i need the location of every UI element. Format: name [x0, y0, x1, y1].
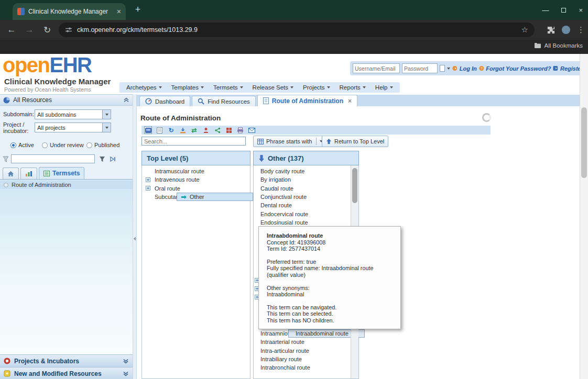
- remember-me-checkbox[interactable]: [440, 65, 445, 72]
- chevron-down-icon: [201, 86, 204, 88]
- expand-plus-icon[interactable]: [146, 177, 150, 182]
- chevron-down-icon[interactable]: [123, 359, 129, 364]
- tab-termsets[interactable]: Termsets: [39, 167, 84, 179]
- phrase-starts-with-button[interactable]: Phrase starts with: [253, 136, 327, 147]
- tree-item-route-of-administration[interactable]: Route of Administration: [0, 181, 133, 189]
- return-to-top-level-button[interactable]: Return to Top Level: [322, 136, 388, 147]
- log-in-link[interactable]: Log In: [460, 65, 477, 72]
- menu-item-release-sets[interactable]: Release Sets: [248, 84, 298, 91]
- remember-options-caret-icon[interactable]: [447, 68, 450, 70]
- site-info-icon[interactable]: [65, 26, 72, 34]
- window-maximize-icon[interactable]: [561, 6, 566, 14]
- page-scrollbar[interactable]: [580, 54, 588, 379]
- extensions-icon[interactable]: [547, 26, 555, 34]
- collapse-chevron-up-icon[interactable]: [123, 97, 129, 103]
- other-column-header[interactable]: Other (137): [253, 151, 359, 165]
- tab-resources-home[interactable]: [3, 168, 19, 179]
- browser-tab[interactable]: Clinical Knowledge Manager ×: [13, 3, 126, 20]
- forward-icon[interactable]: →: [23, 25, 36, 35]
- term-row[interactable]: Intravenous route: [142, 175, 250, 184]
- radio-icon[interactable]: [10, 142, 16, 148]
- forgot-password-link[interactable]: Forgot Your Password?: [486, 65, 551, 72]
- expand-plus-icon[interactable]: [146, 186, 150, 191]
- back-icon[interactable]: ←: [5, 25, 18, 35]
- term-row[interactable]: Body cavity route: [254, 167, 358, 175]
- reload-icon[interactable]: ↻: [41, 25, 53, 36]
- menu-item-templates[interactable]: Templates: [167, 84, 209, 91]
- chevron-down-icon[interactable]: [123, 371, 129, 376]
- tab-route-of-administration[interactable]: Route of Administration ×: [257, 95, 357, 106]
- accordion-new-modified-resources[interactable]: New and Modified Resources: [0, 367, 133, 379]
- select-caret-icon[interactable]: [102, 123, 111, 132]
- term-row[interactable]: Conjunctival route: [254, 193, 358, 201]
- app-title: Clinical Knowledge Manager: [4, 77, 111, 86]
- menu-item-projects[interactable]: Projects: [298, 84, 335, 91]
- term-search-input[interactable]: [141, 137, 246, 146]
- new-tab-button[interactable]: +: [132, 4, 144, 15]
- collapse-sidebar-arrow-icon[interactable]: [134, 237, 136, 241]
- tab-statistics[interactable]: [20, 168, 37, 179]
- project-select[interactable]: All projects: [35, 122, 111, 132]
- name-filter-input[interactable]: [11, 154, 95, 163]
- term-row[interactable]: By irrigation: [254, 175, 358, 184]
- download-icon[interactable]: [179, 126, 187, 134]
- radio-icon[interactable]: [42, 142, 48, 148]
- window-close-icon[interactable]: ×: [579, 6, 583, 14]
- scrollbar-thumb[interactable]: [352, 168, 357, 203]
- openehr-logo[interactable]: openEHR: [3, 54, 92, 76]
- window-minimize-icon[interactable]: —: [542, 6, 549, 14]
- term-row[interactable]: Intraarterial route: [254, 338, 350, 346]
- term-row[interactable]: Intrabiliary route: [254, 355, 350, 363]
- top-level-column-header[interactable]: Top Level (5): [141, 151, 251, 165]
- address-bar[interactable]: ckm.openehr.org/ckm/termsets/1013.29.9 ☆: [59, 23, 535, 37]
- radio-active[interactable]: Active: [10, 142, 34, 148]
- menu-item-archetypes[interactable]: Archetypes: [122, 84, 167, 91]
- all-bookmarks-label: All Bookmarks: [545, 42, 583, 49]
- menu-item-reports[interactable]: Reports: [335, 84, 371, 91]
- menu-item-termsets[interactable]: Termsets: [209, 84, 248, 91]
- details-icon[interactable]: [156, 126, 164, 134]
- term-row[interactable]: Endocervical route: [254, 209, 358, 218]
- subdomain-select[interactable]: All subdomains: [35, 109, 111, 119]
- radio-icon[interactable]: [86, 142, 92, 148]
- radio-published[interactable]: Published: [86, 142, 119, 148]
- revert-icon[interactable]: ↻: [167, 126, 175, 134]
- menu-kebab-icon[interactable]: ⋮: [577, 25, 585, 35]
- user-icon[interactable]: [202, 126, 210, 134]
- scrollbar-thumb[interactable]: [581, 107, 587, 178]
- tab-close-icon[interactable]: ×: [117, 7, 121, 16]
- menu-item-help[interactable]: Help: [371, 84, 398, 91]
- term-row[interactable]: Intramuscular route: [142, 167, 250, 175]
- filter-options-icon[interactable]: [98, 155, 106, 163]
- term-row-selected[interactable]: Other: [177, 193, 253, 201]
- term-row[interactable]: Intra-articular route: [254, 347, 350, 355]
- term-row[interactable]: Intrabronchial route: [254, 363, 350, 372]
- profile-avatar[interactable]: [562, 26, 570, 34]
- select-caret-icon[interactable]: [102, 110, 111, 119]
- tab-find-resources[interactable]: Find Resources: [192, 96, 256, 106]
- all-bookmarks-button[interactable]: All Bookmarks: [534, 42, 583, 49]
- term-row[interactable]: Caudal route: [254, 184, 358, 193]
- password-field[interactable]: [402, 63, 438, 73]
- term-row[interactable]: Endosinusial route: [254, 218, 358, 227]
- url-text[interactable]: ckm.openehr.org/ckm/termsets/1013.29.9: [77, 26, 517, 34]
- radio-under-review[interactable]: Under review: [42, 142, 84, 148]
- term-row[interactable]: Oral route: [142, 184, 250, 193]
- username-field[interactable]: [353, 63, 400, 73]
- all-resources-header[interactable]: All Resources: [0, 95, 133, 106]
- tab-dashboard[interactable]: Dashboard: [139, 96, 190, 106]
- resources-sidebar: All Resources Subdomain: All subdomains …: [0, 94, 133, 379]
- close-tab-icon[interactable]: ×: [348, 97, 352, 105]
- sidebar-splitter[interactable]: [133, 94, 137, 379]
- apply-filter-icon[interactable]: [108, 155, 117, 163]
- table-icon[interactable]: [225, 126, 233, 134]
- top-level-column: Top Level (5) Intramuscular route Intrav…: [141, 151, 251, 165]
- print-icon[interactable]: [236, 126, 244, 134]
- display-icon[interactable]: [144, 126, 152, 134]
- bookmark-star-icon[interactable]: ☆: [521, 25, 528, 35]
- mail-icon[interactable]: [248, 126, 256, 134]
- share-icon[interactable]: [213, 126, 221, 134]
- compare-icon[interactable]: ⇄: [190, 126, 198, 134]
- term-row[interactable]: Dental route: [254, 201, 358, 209]
- accordion-projects-incubators[interactable]: Projects & Incubators: [0, 354, 133, 367]
